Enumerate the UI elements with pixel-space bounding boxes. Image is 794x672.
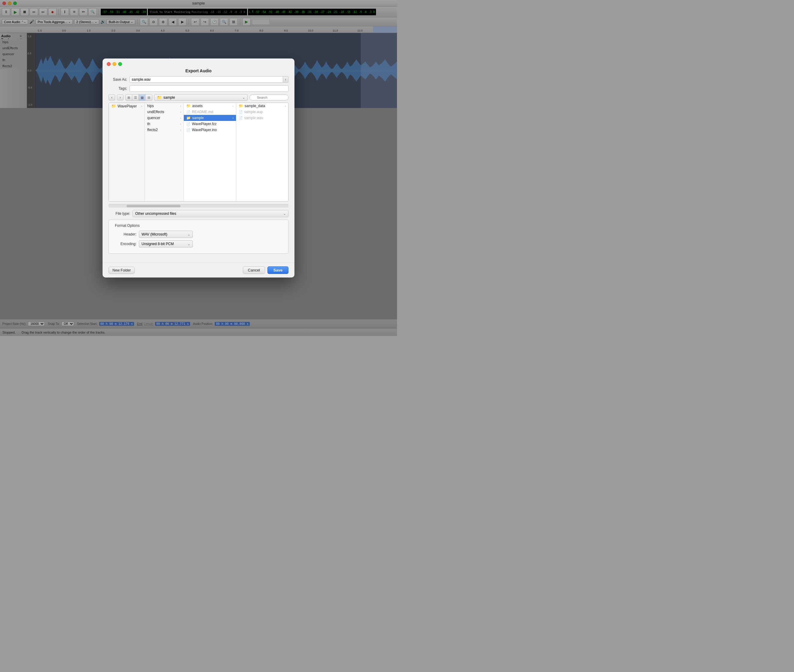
- item-label: WavePlayer.ino: [192, 128, 217, 132]
- save-as-input[interactable]: [129, 76, 283, 83]
- modal-overlay: Export Audio Save As: ↑ Tags: ‹ ›: [0, 0, 397, 336]
- browser-left-panel: hips › undEffects › quencer › th ›: [145, 103, 184, 201]
- dialog-action-buttons: Cancel Save: [243, 266, 288, 274]
- header-label: Header:: [115, 232, 139, 237]
- dialog-footer: New Folder Cancel Save: [102, 262, 294, 277]
- scrollbar-thumb[interactable]: [126, 205, 181, 207]
- item-arrow-icon: ›: [180, 110, 181, 114]
- new-folder-button[interactable]: New Folder: [109, 267, 135, 274]
- left-panel-ffects2[interactable]: ffects2 ›: [145, 127, 184, 133]
- search-box-container: 🔍: [249, 94, 288, 101]
- search-input[interactable]: [249, 94, 288, 101]
- encoding-label: Encoding:: [115, 242, 139, 246]
- save-button[interactable]: Save: [267, 266, 288, 274]
- tags-label: Tags:: [109, 86, 129, 91]
- folder-icon: 📁: [111, 104, 116, 108]
- left-panel-undeffects[interactable]: undEffects ›: [145, 109, 184, 115]
- location-text: sample: [163, 95, 175, 99]
- item-arrow-icon: ›: [180, 122, 181, 126]
- dialog-body: Save As: ↑ Tags: ‹ › ⊞ ☰ ▦ ⊟: [102, 76, 294, 262]
- file-sample-folder[interactable]: 📁 sample ›: [184, 115, 236, 121]
- sidebar-item-label: WavePlayer: [118, 104, 137, 108]
- file-type-select[interactable]: Other uncompressed files ⌄: [133, 210, 288, 217]
- browser-toolbar: ‹ › ⊞ ☰ ▦ ⊟ 📁 sample ⌄ 🔍: [109, 94, 288, 101]
- export-dialog: Export Audio Save As: ↑ Tags: ‹ ›: [102, 59, 294, 277]
- item-arrow-icon: ›: [180, 128, 181, 132]
- folder-icon: 📁: [186, 116, 191, 120]
- encoding-select[interactable]: Unsigned 8-bit PCM ⌄: [139, 240, 193, 248]
- icon-view-button[interactable]: ⊞: [126, 94, 132, 101]
- file-type-label: File type:: [109, 211, 133, 216]
- item-arrow-icon: ›: [285, 104, 286, 108]
- file-type-value: Other uncompressed files: [135, 211, 176, 216]
- item-label: README.md: [192, 110, 213, 114]
- file-sample-aup[interactable]: 📄 sample.aup: [236, 109, 288, 115]
- file-icon: 📄: [186, 110, 190, 114]
- save-as-row: Save As: ↑: [109, 76, 288, 83]
- left-panel-th[interactable]: th ›: [145, 121, 184, 127]
- item-label: ffects2: [147, 128, 158, 132]
- left-panel-hips[interactable]: hips ›: [145, 103, 184, 109]
- sidebar-waveplayer-item[interactable]: 📁 WavePlayer ›: [109, 103, 145, 109]
- item-label: sample.wav: [244, 116, 263, 120]
- file-type-row: File type: Other uncompressed files ⌄: [109, 210, 288, 217]
- cancel-button[interactable]: Cancel: [243, 266, 265, 274]
- item-label: assets: [192, 104, 203, 108]
- column-view-button[interactable]: ▦: [139, 94, 145, 101]
- item-arrow-icon: ›: [141, 104, 142, 108]
- encoding-value: Unsigned 8-bit PCM: [142, 242, 174, 246]
- file-sample-wav[interactable]: 📄 sample.wav: [236, 115, 288, 121]
- dialog-minimize-button[interactable]: [112, 62, 117, 66]
- dialog-title: Export Audio: [102, 69, 294, 73]
- item-arrow-icon: ›: [180, 104, 181, 108]
- browser-sidebar-pane: 📁 WavePlayer ›: [109, 103, 145, 201]
- file-icon: 📄: [186, 128, 190, 132]
- file-browser: 📁 WavePlayer › hips › undEffects ›: [109, 102, 288, 202]
- forward-button[interactable]: ›: [117, 94, 123, 101]
- file-waveplayer-ino[interactable]: 📄 WavePlayer.ino: [184, 127, 236, 133]
- browser-scrollbar[interactable]: [109, 204, 288, 208]
- dialog-close-button[interactable]: [107, 62, 111, 66]
- item-label: sample.aup: [244, 110, 263, 114]
- header-value: WAV (Microsoft): [142, 232, 167, 237]
- file-assets[interactable]: 📁 assets ›: [184, 103, 236, 109]
- item-arrow-icon: ›: [232, 104, 233, 108]
- location-dropdown[interactable]: 📁 sample ⌄: [154, 94, 248, 101]
- item-arrow-icon: ›: [232, 117, 233, 120]
- header-select-arrow-icon: ⌄: [188, 233, 190, 236]
- item-label: undEffects: [147, 110, 164, 114]
- folder-icon: 📁: [157, 95, 162, 100]
- item-label: WavePlayer.fzz: [192, 122, 216, 126]
- folder-icon: 📁: [239, 104, 243, 108]
- browser-right-pane: 📁 sample_data › 📄 sample.aup 📄 sample.wa…: [236, 103, 288, 201]
- save-as-up-arrow-button[interactable]: ↑: [283, 76, 288, 83]
- dialog-maximize-button[interactable]: [118, 62, 122, 66]
- view-buttons: ⊞ ☰ ▦ ⊟: [125, 94, 152, 101]
- item-label: th: [147, 122, 150, 126]
- back-button[interactable]: ‹: [109, 94, 115, 101]
- header-select[interactable]: WAV (Microsoft) ⌄: [139, 231, 193, 238]
- dialog-traffic-lights: [102, 59, 294, 69]
- tags-row: Tags:: [109, 85, 288, 92]
- file-type-select-arrow-icon: ⌄: [283, 212, 286, 215]
- item-label: hips: [147, 104, 154, 108]
- file-waveplayer-fzz[interactable]: 📄 WavePlayer.fzz: [184, 121, 236, 127]
- item-label: sample: [192, 116, 204, 120]
- encoding-row: Encoding: Unsigned 8-bit PCM ⌄: [115, 240, 282, 248]
- file-icon: 📄: [239, 116, 243, 120]
- list-view-button[interactable]: ☰: [132, 94, 139, 101]
- file-sample-data[interactable]: 📁 sample_data ›: [236, 103, 288, 109]
- item-label: quencer: [147, 116, 160, 120]
- tags-input[interactable]: [129, 85, 288, 92]
- format-options-section: Format Options Header: WAV (Microsoft) ⌄…: [109, 219, 288, 254]
- file-icon: 📄: [239, 110, 243, 114]
- dropdown-arrow-icon: ⌄: [242, 96, 245, 99]
- save-as-label: Save As:: [109, 77, 129, 82]
- save-as-input-container: ↑: [129, 76, 288, 83]
- file-readme[interactable]: 📄 README.md: [184, 109, 236, 115]
- folder-icon: 📁: [186, 104, 191, 108]
- left-panel-quencer[interactable]: quencer ›: [145, 115, 184, 121]
- gallery-view-button[interactable]: ⊟: [145, 94, 152, 101]
- item-arrow-icon: ›: [180, 117, 181, 120]
- header-row: Header: WAV (Microsoft) ⌄: [115, 231, 282, 238]
